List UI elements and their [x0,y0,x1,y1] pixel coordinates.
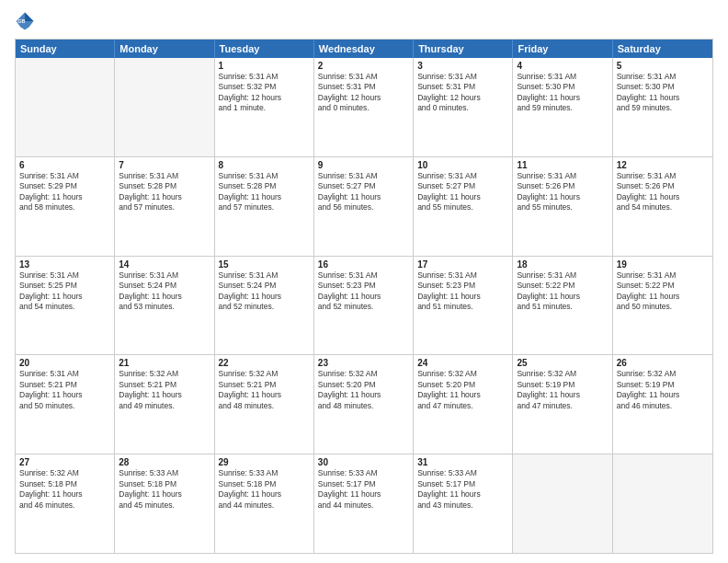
calendar-day-18: 18Sunrise: 5:31 AM Sunset: 5:22 PM Dayli… [513,257,612,355]
calendar-day-16: 16Sunrise: 5:31 AM Sunset: 5:23 PM Dayli… [314,257,414,355]
calendar-day-13: 13Sunrise: 5:31 AM Sunset: 5:25 PM Dayli… [16,257,115,355]
calendar-day-22: 22Sunrise: 5:32 AM Sunset: 5:21 PM Dayli… [215,355,314,454]
calendar-body: 1Sunrise: 5:31 AM Sunset: 5:32 PM Daylig… [16,58,712,553]
day-info: Sunrise: 5:32 AM Sunset: 5:20 PM Dayligh… [417,369,508,411]
day-info: Sunrise: 5:32 AM Sunset: 5:20 PM Dayligh… [318,369,409,411]
calendar-day-1: 1Sunrise: 5:31 AM Sunset: 5:32 PM Daylig… [215,58,314,156]
day-number: 23 [318,358,409,368]
calendar-day-28: 28Sunrise: 5:33 AM Sunset: 5:18 PM Dayli… [115,454,214,553]
weekday-header: Saturday [613,40,712,58]
calendar-day-19: 19Sunrise: 5:31 AM Sunset: 5:22 PM Dayli… [613,257,712,355]
logo: GB [15,11,37,31]
calendar-day-17: 17Sunrise: 5:31 AM Sunset: 5:23 PM Dayli… [414,257,513,355]
day-info: Sunrise: 5:31 AM Sunset: 5:28 PM Dayligh… [219,171,310,213]
day-number: 18 [517,259,608,270]
day-info: Sunrise: 5:32 AM Sunset: 5:21 PM Dayligh… [119,369,210,411]
calendar-day-10: 10Sunrise: 5:31 AM Sunset: 5:27 PM Dayli… [414,157,513,256]
calendar-day-9: 9Sunrise: 5:31 AM Sunset: 5:27 PM Daylig… [314,157,414,256]
calendar-day-26: 26Sunrise: 5:32 AM Sunset: 5:19 PM Dayli… [613,355,712,454]
day-info: Sunrise: 5:31 AM Sunset: 5:23 PM Dayligh… [417,270,508,313]
calendar: SundayMondayTuesdayWednesdayThursdayFrid… [15,39,713,554]
logo-icon: GB [15,11,35,31]
day-number: 28 [119,457,210,467]
calendar-empty-cell [513,454,612,553]
day-info: Sunrise: 5:33 AM Sunset: 5:18 PM Dayligh… [119,468,210,511]
day-info: Sunrise: 5:31 AM Sunset: 5:21 PM Dayligh… [19,369,110,411]
day-info: Sunrise: 5:32 AM Sunset: 5:21 PM Dayligh… [219,369,310,411]
day-number: 20 [19,358,110,368]
calendar-day-5: 5Sunrise: 5:31 AM Sunset: 5:30 PM Daylig… [613,58,712,156]
day-info: Sunrise: 5:33 AM Sunset: 5:18 PM Dayligh… [219,468,310,511]
header: GB [15,11,713,31]
day-info: Sunrise: 5:31 AM Sunset: 5:31 PM Dayligh… [318,72,409,114]
calendar-day-4: 4Sunrise: 5:31 AM Sunset: 5:30 PM Daylig… [513,58,612,156]
day-info: Sunrise: 5:31 AM Sunset: 5:24 PM Dayligh… [119,270,210,313]
day-number: 4 [517,61,608,71]
day-info: Sunrise: 5:31 AM Sunset: 5:23 PM Dayligh… [318,270,409,313]
day-info: Sunrise: 5:31 AM Sunset: 5:26 PM Dayligh… [617,171,709,213]
day-number: 31 [417,457,508,467]
calendar-day-14: 14Sunrise: 5:31 AM Sunset: 5:24 PM Dayli… [115,257,214,355]
day-number: 7 [119,160,210,170]
day-number: 3 [417,61,508,71]
calendar-day-3: 3Sunrise: 5:31 AM Sunset: 5:31 PM Daylig… [414,58,513,156]
day-info: Sunrise: 5:33 AM Sunset: 5:17 PM Dayligh… [417,468,508,511]
day-info: Sunrise: 5:32 AM Sunset: 5:19 PM Dayligh… [617,369,709,411]
calendar-empty-cell [613,454,712,553]
day-info: Sunrise: 5:31 AM Sunset: 5:27 PM Dayligh… [417,171,508,213]
day-info: Sunrise: 5:31 AM Sunset: 5:26 PM Dayligh… [517,171,608,213]
day-info: Sunrise: 5:31 AM Sunset: 5:22 PM Dayligh… [617,270,709,313]
calendar-day-20: 20Sunrise: 5:31 AM Sunset: 5:21 PM Dayli… [16,355,115,454]
day-number: 8 [219,160,310,170]
calendar-day-24: 24Sunrise: 5:32 AM Sunset: 5:20 PM Dayli… [414,355,513,454]
day-info: Sunrise: 5:31 AM Sunset: 5:27 PM Dayligh… [318,171,409,213]
day-info: Sunrise: 5:31 AM Sunset: 5:22 PM Dayligh… [517,270,608,313]
calendar-day-29: 29Sunrise: 5:33 AM Sunset: 5:18 PM Dayli… [215,454,314,553]
calendar-day-8: 8Sunrise: 5:31 AM Sunset: 5:28 PM Daylig… [215,157,314,256]
day-number: 5 [617,61,709,71]
calendar-row: 6Sunrise: 5:31 AM Sunset: 5:29 PM Daylig… [16,156,712,256]
calendar-day-7: 7Sunrise: 5:31 AM Sunset: 5:28 PM Daylig… [115,157,214,256]
day-info: Sunrise: 5:32 AM Sunset: 5:18 PM Dayligh… [19,468,110,511]
calendar-day-31: 31Sunrise: 5:33 AM Sunset: 5:17 PM Dayli… [414,454,513,553]
day-number: 17 [417,259,508,270]
day-number: 26 [617,358,709,368]
day-number: 9 [318,160,409,170]
day-info: Sunrise: 5:32 AM Sunset: 5:19 PM Dayligh… [517,369,608,411]
weekday-header: Friday [513,40,612,58]
calendar-empty-cell [16,58,115,156]
weekday-header: Wednesday [314,40,414,58]
day-number: 15 [219,259,310,270]
calendar-day-12: 12Sunrise: 5:31 AM Sunset: 5:26 PM Dayli… [613,157,712,256]
day-info: Sunrise: 5:31 AM Sunset: 5:29 PM Dayligh… [19,171,110,213]
svg-text:GB: GB [17,18,25,24]
calendar-header: SundayMondayTuesdayWednesdayThursdayFrid… [16,40,712,58]
day-info: Sunrise: 5:31 AM Sunset: 5:30 PM Dayligh… [517,72,608,114]
calendar-day-15: 15Sunrise: 5:31 AM Sunset: 5:24 PM Dayli… [215,257,314,355]
day-info: Sunrise: 5:31 AM Sunset: 5:24 PM Dayligh… [219,270,310,313]
calendar-day-27: 27Sunrise: 5:32 AM Sunset: 5:18 PM Dayli… [16,454,115,553]
calendar-day-6: 6Sunrise: 5:31 AM Sunset: 5:29 PM Daylig… [16,157,115,256]
page: GB SundayMondayTuesdayWednesdayThursdayF… [0,0,728,563]
day-number: 21 [119,358,210,368]
calendar-day-25: 25Sunrise: 5:32 AM Sunset: 5:19 PM Dayli… [513,355,612,454]
weekday-header: Thursday [414,40,513,58]
day-number: 25 [517,358,608,368]
calendar-row: 1Sunrise: 5:31 AM Sunset: 5:32 PM Daylig… [16,58,712,156]
calendar-row: 27Sunrise: 5:32 AM Sunset: 5:18 PM Dayli… [16,454,712,553]
svg-marker-1 [25,13,33,21]
weekday-header: Monday [115,40,214,58]
day-info: Sunrise: 5:31 AM Sunset: 5:25 PM Dayligh… [19,270,110,313]
day-number: 27 [19,457,110,467]
calendar-empty-cell [115,58,214,156]
weekday-header: Tuesday [215,40,314,58]
day-number: 29 [219,457,310,467]
calendar-day-23: 23Sunrise: 5:32 AM Sunset: 5:20 PM Dayli… [314,355,414,454]
day-number: 12 [617,160,709,170]
day-number: 1 [219,61,310,71]
weekday-header: Sunday [16,40,115,58]
day-info: Sunrise: 5:31 AM Sunset: 5:31 PM Dayligh… [417,72,508,114]
calendar-row: 20Sunrise: 5:31 AM Sunset: 5:21 PM Dayli… [16,354,712,454]
day-number: 13 [19,259,110,270]
day-info: Sunrise: 5:33 AM Sunset: 5:17 PM Dayligh… [318,468,409,511]
